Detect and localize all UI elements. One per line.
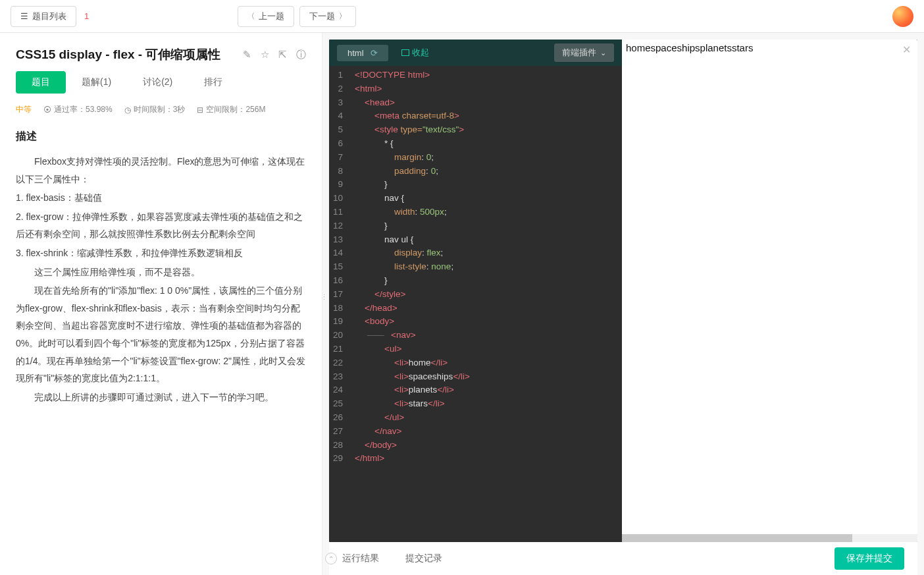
submit-button[interactable]: 保存并提交 [834,547,904,570]
chevron-right-icon: 〉 [339,11,346,21]
top-bar: ☰ 题目列表 1 〈 上一题 下一题 〉 [0,0,924,33]
preview-panel: ✕ homespaceshipsplanetsstars [622,40,917,542]
desc-p7: 完成以上所讲的步骤即可通过测试，进入下一节的学习吧。 [16,389,306,406]
prev-question-button[interactable]: 〈 上一题 [238,6,294,27]
bottom-bar: ⌃ 运行结果 提交记录 保存并提交 [329,542,917,575]
chevron-up-icon: ⌃ [328,555,334,562]
editor-header: html ⟳ 收起 前端插件 ⌄ [329,40,622,66]
problem-title: CSS15 display - flex - 可伸缩项属性 [16,46,220,63]
tab-run-result[interactable]: 运行结果 [342,553,379,564]
plugins-button[interactable]: 前端插件 ⌄ [554,43,614,62]
collapse-icon [401,49,409,56]
desc-p5: 这三个属性应用给弹性项，而不是容器。 [16,263,306,281]
clock-icon: ◷ [124,105,131,115]
edit-icon[interactable]: ✎ [243,49,251,61]
top-left-group: ☰ 题目列表 1 〈 上一题 下一题 〉 [11,6,356,27]
star-icon[interactable]: ☆ [261,49,269,61]
editor-pane: ⋮ html ⟳ 收起 前端插件 ⌄ [322,33,924,575]
problem-meta: 中等 ⦿通过率：53.98% ◷时间限制：3秒 ⊟空间限制：256M [16,104,306,115]
lang-tab-html[interactable]: html ⟳ [337,45,388,61]
chevron-left-icon: 〈 [247,11,255,21]
collapse-label: 收起 [412,47,429,59]
desc-p4: 3. flex-shrink：缩减弹性系数，和拉伸弹性系数逻辑相反 [16,244,306,262]
main: CSS15 display - flex - 可伸缩项属性 ✎ ☆ ⇱ ⓘ 题目… [0,33,924,575]
list-icon: ☰ [20,11,28,21]
pass-rate: ⦿通过率：53.98% [43,104,113,115]
preview-scrollbar[interactable] [622,534,917,542]
editor-wrap: html ⟳ 收起 前端插件 ⌄ 12345678910111213141516… [329,40,917,542]
problem-pane: CSS15 display - flex - 可伸缩项属性 ✎ ☆ ⇱ ⓘ 题目… [0,33,322,575]
share-icon[interactable]: ⇱ [278,49,287,61]
time-limit: ◷时间限制：3秒 [124,104,186,115]
question-list-button[interactable]: ☰ 题目列表 [11,6,76,27]
line-gutter: 1234567891011121314151617181920212223242… [329,66,349,542]
desc-p3: 2. flex-grow：拉伸弹性系数，如果容器宽度减去弹性项的基础值之和之后还… [16,208,306,243]
question-list-label: 题目列表 [32,11,66,22]
tab-rank[interactable]: 排行 [188,71,238,94]
scrollbar-thumb[interactable] [622,534,852,542]
desc-p6: 现在首先给所有的"li"添加"flex: 1 0 0%"属性，该属性的三个值分别… [16,282,306,387]
space-limit: ⊟空间限制：256M [197,104,265,115]
problem-tabs: 题目 题解(1) 讨论(2) 排行 [16,71,306,94]
tab-discuss[interactable]: 讨论(2) [127,71,188,94]
db-icon: ⊟ [197,105,203,115]
difficulty-badge: 中等 [16,104,32,115]
tab-solution[interactable]: 题解(1) [66,71,127,94]
code-area[interactable]: 1234567891011121314151617181920212223242… [329,66,622,542]
code-editor: html ⟳ 收起 前端插件 ⌄ 12345678910111213141516… [329,40,622,542]
split-dots-icon[interactable]: ⋮ [321,293,326,302]
avatar[interactable] [892,6,913,27]
desc-p1: Flexbox支持对弹性项的灵活控制。Flex的意思为可伸缩，这体现在以下三个属… [16,153,306,188]
title-actions: ✎ ☆ ⇱ ⓘ [243,49,306,61]
description-heading: 描述 [16,130,306,144]
code-lines[interactable]: <!DOCTYPE html><html> <head> <meta chars… [349,66,475,542]
split-handle[interactable]: ⌃ [325,553,337,564]
chevron-down-icon: ⌄ [600,49,606,57]
next-label: 下一题 [309,11,335,22]
desc-p2: 1. flex-basis：基础值 [16,189,306,207]
description-body: Flexbox支持对弹性项的灵活控制。Flex的意思为可伸缩，这体现在以下三个属… [16,153,306,406]
next-question-button[interactable]: 下一题 〉 [299,6,356,27]
info-icon[interactable]: ⓘ [296,49,306,61]
collapse-button[interactable]: 收起 [401,47,429,59]
tab-submit-log[interactable]: 提交记录 [405,553,442,564]
refresh-icon[interactable]: ⟳ [371,48,378,58]
notification-badge: 1 [84,11,89,21]
plugins-label: 前端插件 [562,47,596,59]
title-row: CSS15 display - flex - 可伸缩项属性 ✎ ☆ ⇱ ⓘ [16,46,306,63]
check-icon: ⦿ [43,105,51,115]
close-icon[interactable]: ✕ [902,43,911,56]
lang-label: html [347,48,364,58]
prev-label: 上一题 [259,11,284,22]
preview-output: homespaceshipsplanetsstars [622,40,917,56]
tab-problem[interactable]: 题目 [16,71,66,94]
